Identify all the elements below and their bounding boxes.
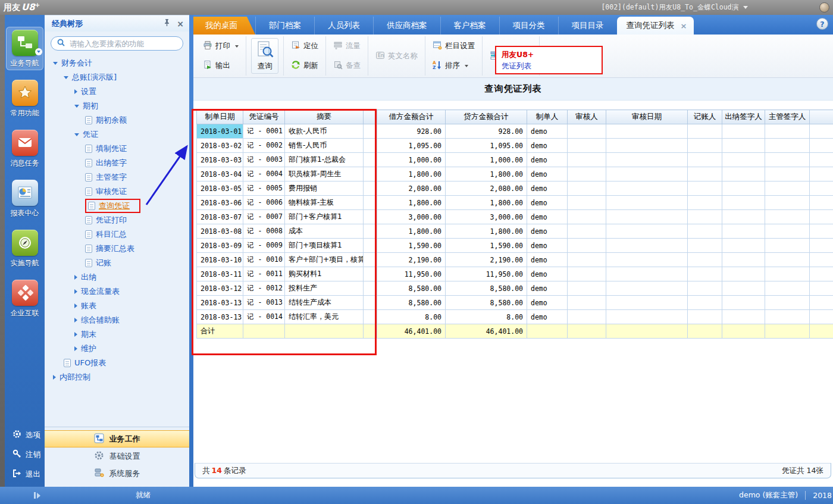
cell-maker[interactable]: demo [527,281,568,296]
tab-3[interactable]: 供应商档案 [373,17,440,35]
sidebar-item-4[interactable]: 实施导航 [6,227,43,270]
cell-voucher-no[interactable]: 记 - 0013 [243,296,285,310]
tree-footer-tab-0[interactable]: 业务工作 [45,430,189,447]
sidebar-item-2[interactable]: 消息任务 [6,127,43,170]
cell-voucher-no[interactable]: 记 - 0003 [243,153,285,167]
column-header-5[interactable]: 贷方金额合计 [446,110,527,124]
cell-maker[interactable]: demo [527,310,568,324]
refresh-button[interactable]: 刷新 [289,59,321,73]
cell-summary[interactable]: 成本 [285,224,364,239]
column-header-4[interactable]: 借方金额合计 [377,110,446,124]
cell-cashier-sign[interactable] [722,139,765,153]
cell-bookkeeper[interactable] [688,253,722,267]
cell-debit-total[interactable]: 1,800.00 [377,224,446,239]
cell-voucher-no[interactable]: 记 - 0005 [243,181,285,196]
cell-debit-total[interactable]: 2,190.00 [377,253,446,267]
cell-spacer[interactable] [364,239,377,253]
cell-cashier-sign[interactable] [722,239,765,253]
cell-trailing[interactable] [810,267,833,281]
cell-date[interactable]: 2018-03-09 [197,239,243,253]
cell-audit-date[interactable] [606,167,688,181]
cell-trailing[interactable] [810,139,833,153]
cell-summary[interactable]: 费用报销 [285,181,364,196]
cell-voucher-no[interactable]: 记 - 0007 [243,210,285,224]
print-dropdown-icon[interactable] [235,45,239,48]
cell-manager-sign[interactable] [765,124,810,139]
cell-auditor[interactable] [568,124,606,139]
tab-6[interactable]: 项目目录 [558,17,617,35]
cell-debit-total[interactable]: 928.00 [377,124,446,139]
cell-auditor[interactable] [568,167,606,181]
cell-trailing[interactable] [810,224,833,239]
cell-debit-total[interactable]: 1,095.00 [377,139,446,153]
cell-credit-total[interactable]: 3,000.00 [446,210,527,224]
cell-spacer[interactable] [364,224,377,239]
cell-spacer[interactable] [364,310,377,324]
tree-item-12[interactable]: 科目汇总 [45,227,189,242]
cell-date[interactable]: 2018-03-02 [197,139,243,153]
cell-trailing[interactable] [810,296,833,310]
cell-credit-total[interactable]: 8,580.00 [446,281,527,296]
tab-0[interactable]: 我的桌面 [193,17,255,35]
cell-maker[interactable]: demo [527,167,568,181]
cell-cashier-sign[interactable] [722,224,765,239]
cell-summary[interactable]: 投料生产 [285,281,364,296]
cell-cashier-sign[interactable] [722,296,765,310]
cell-voucher-no[interactable]: 记 - 0008 [243,224,285,239]
cell-maker[interactable]: demo [527,181,568,196]
cell-audit-date[interactable] [606,224,688,239]
cell-summary[interactable]: 职员核算-周生生 [285,167,364,181]
cell-auditor[interactable] [568,224,606,239]
cell-audit-date[interactable] [606,210,688,224]
cell-date[interactable]: 2018-03-04 [197,167,243,181]
cell-debit-total[interactable]: 1,800.00 [377,167,446,181]
column-header-2[interactable]: 摘要 [285,110,364,124]
query-button[interactable]: 查询 [251,38,278,74]
cell-auditor[interactable] [568,281,606,296]
cell-bookkeeper[interactable] [688,224,722,239]
cell-auditor[interactable] [568,210,606,224]
sidebar-footer-item-2[interactable]: 退出 [12,469,45,480]
cell-maker[interactable]: demo [527,296,568,310]
cell-audit-date[interactable] [606,181,688,196]
cell-voucher-no[interactable]: 记 - 0004 [243,167,285,181]
cell-debit-total[interactable]: 3,000.00 [377,210,446,224]
cell-cashier-sign[interactable] [722,124,765,139]
cell-date[interactable]: 2018-03-13 [197,310,243,324]
cell-summary[interactable]: 购买材料1 [285,267,364,281]
tree-item-0[interactable]: 财务会计 [45,56,189,70]
cell-auditor[interactable] [568,153,606,167]
search-input[interactable] [68,39,177,49]
cell-audit-date[interactable] [606,124,688,139]
cell-manager-sign[interactable] [765,167,810,181]
tree-item-2[interactable]: 设置 [45,84,189,99]
cell-manager-sign[interactable] [765,281,810,296]
cell-summary[interactable]: 结转汇率，美元 [285,310,364,324]
cell-audit-date[interactable] [606,296,688,310]
cell-summary[interactable]: 部门+客户核算1 [285,210,364,224]
cell-bookkeeper[interactable] [688,153,722,167]
cell-spacer[interactable] [364,153,377,167]
cell-spacer[interactable] [364,296,377,310]
cell-debit-total[interactable]: 8.00 [377,310,446,324]
cell-bookkeeper[interactable] [688,181,722,196]
cell-cashier-sign[interactable] [722,310,765,324]
cell-audit-date[interactable] [606,139,688,153]
cell-summary[interactable]: 客户+部门+项目，核算1 [285,253,364,267]
cell-spacer[interactable] [364,139,377,153]
cell-bookkeeper[interactable] [688,267,722,281]
cell-trailing[interactable] [810,281,833,296]
sidebar-footer-item-1[interactable]: 注销 [12,449,45,460]
tree-item-20[interactable]: 维护 [45,342,189,356]
column-header-11[interactable]: 主管签字人 [765,110,810,124]
cell-cashier-sign[interactable] [722,281,765,296]
sort-button[interactable]: AZ 排序 [430,59,471,73]
cell-trailing[interactable] [810,239,833,253]
expand-badge-icon[interactable] [35,48,42,55]
cell-maker[interactable]: demo [527,253,568,267]
tree-item-14[interactable]: 记账 [45,256,189,270]
cell-audit-date[interactable] [606,239,688,253]
cell-audit-date[interactable] [606,253,688,267]
cell-trailing[interactable] [810,167,833,181]
cell-date[interactable]: 2018-03-10 [197,253,243,267]
